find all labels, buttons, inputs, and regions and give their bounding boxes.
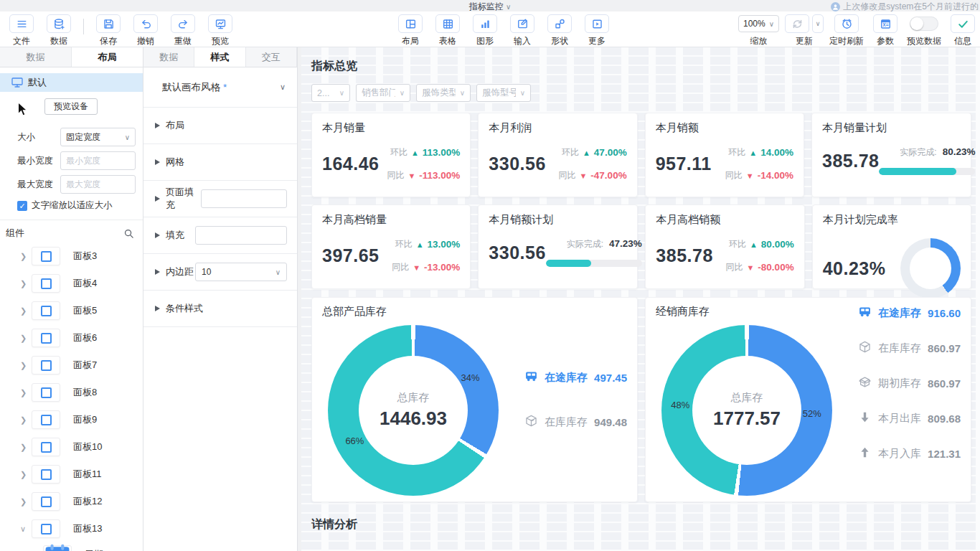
chevron-right-icon[interactable]: ❯ [20, 443, 29, 452]
toolbar-button-输入[interactable]: 输入 [507, 14, 538, 47]
legend-item-在库库存[interactable]: 在库库存860.97 [858, 340, 961, 356]
chevron-right-icon[interactable]: ❯ [20, 388, 29, 397]
style-section-网格[interactable]: 网格 [143, 144, 297, 181]
preview-data-control[interactable]: 预览数据 [907, 14, 941, 47]
填充-input[interactable] [195, 226, 287, 245]
toolbar-button-表格[interactable]: 表格 [432, 14, 463, 47]
chevron-down-icon[interactable]: ∨ [20, 524, 29, 534]
kpi-card-title: 本月销额 [656, 121, 793, 135]
kpi-card-本月利润[interactable]: 本月利润330.56环比▲47.00%同比▼-47.00% [478, 113, 637, 197]
kpi-card-本月销量[interactable]: 本月销量164.46环比▲113.00%同比▼-113.00% [311, 113, 471, 197]
chevron-right-icon[interactable]: ❯ [20, 497, 29, 507]
tree-item-面板13[interactable]: ∨面板13 [0, 515, 143, 542]
preview-data-toggle[interactable] [910, 17, 938, 31]
tree-item-面板10[interactable]: ❯面板10 [0, 433, 143, 461]
tree-item-面板7[interactable]: ❯面板7 [0, 352, 143, 379]
preview-device-button[interactable]: 预览设备 [44, 98, 98, 115]
chevron-right-icon[interactable]: ❯ [20, 279, 29, 288]
chevron-right-icon[interactable]: ❯ [20, 361, 29, 370]
style-section-填充[interactable]: 填充 [143, 217, 297, 254]
zoom-select[interactable]: 100%∨ [738, 15, 779, 32]
kpi-card-本月销额[interactable]: 本月销额957.11环比▲14.00%同比▼-14.00% [645, 113, 804, 197]
checkbox-checked-icon[interactable]: ✓ [17, 201, 27, 211]
toolbar-button-重做[interactable]: 重做 [167, 14, 199, 47]
chevron-right-icon[interactable]: ❯ [20, 470, 29, 479]
legend-item-在途库存[interactable]: 在途库存497.45 [524, 369, 627, 385]
tree-item-面板11[interactable]: ❯面板11 [0, 461, 143, 488]
kpi-card-本月计划完成率[interactable]: 本月计划完成率40.23% [812, 204, 971, 289]
tab-布局[interactable]: 布局 [72, 47, 143, 67]
tab-数据[interactable]: 数据 [0, 47, 72, 67]
最小宽度-input[interactable]: 最小宽度 [60, 151, 136, 170]
timer-icon[interactable] [834, 14, 859, 33]
info-button[interactable]: 信息 [947, 14, 979, 47]
refresh-icon[interactable] [785, 14, 809, 33]
tab-交互[interactable]: 交互 [246, 47, 297, 67]
donut-card-经销商库存[interactable]: 经销商库存总库存1777.5752%48%在途库存916.60在库库存860.9… [645, 297, 971, 502]
filter-select-2[interactable]: 服饰类型∨ [416, 84, 471, 102]
kpi-card-本月销量计划[interactable]: 本月销量计划385.78实际完成:80.23% [811, 113, 971, 197]
toolbar-button-预览[interactable]: 预览 [204, 14, 236, 47]
toolbar-button-图形[interactable]: 图形 [469, 14, 501, 47]
triangle-right-icon[interactable] [155, 123, 160, 128]
legend-item-本月入库[interactable]: 本月入库121.31 [858, 446, 961, 461]
style-section-内边距[interactable]: 内边距10∨ [143, 254, 297, 291]
style-section-条件样式[interactable]: 条件样式 [143, 291, 297, 327]
filter-select-3[interactable]: 服饰型号∨ [476, 84, 531, 102]
内边距-select[interactable]: 10∨ [195, 263, 287, 281]
legend-item-在库库存[interactable]: 在库库存949.48 [524, 414, 627, 430]
style-section-页面填充[interactable]: 页面填充 [143, 181, 297, 217]
chevron-down-icon[interactable]: ∨ [812, 14, 824, 33]
refresh-control[interactable]: ∨更新 [785, 14, 824, 47]
toolbar-button-撤销[interactable]: 撤销 [130, 14, 161, 47]
canvas-style-selector[interactable]: 默认画布风格 * ∨ [143, 67, 297, 108]
tab-样式[interactable]: 样式 [194, 47, 245, 67]
style-section-布局[interactable]: 布局 [143, 108, 297, 144]
tree-item-面板4[interactable]: ❯面板4 [0, 270, 143, 297]
最大宽度-input[interactable]: 最大宽度 [60, 175, 136, 194]
dashboard-canvas[interactable]: 指标总览 2...∨销售部门∨服饰类型∨服饰型号∨ 本月销量164.46环比▲1… [298, 47, 980, 551]
params-button[interactable]: X=参数 [870, 14, 901, 47]
triangle-right-icon[interactable] [155, 269, 160, 275]
filter-select-1[interactable]: 销售部门∨ [356, 84, 410, 102]
tab-数据[interactable]: 数据 [143, 47, 194, 67]
legend-item-在途库存[interactable]: 在途库存916.60 [858, 305, 961, 321]
chevron-right-icon[interactable]: ❯ [20, 306, 29, 316]
tree-item-面板3[interactable]: ❯面板3 [0, 242, 143, 270]
tree-item-面板9[interactable]: ❯面板9 [0, 406, 143, 433]
triangle-right-icon[interactable] [155, 232, 160, 238]
toolbar-button-形状[interactable]: 形状 [544, 14, 575, 47]
tree-item-面板8[interactable]: ❯面板8 [0, 379, 143, 406]
toolbar-button-文件[interactable]: 文件 [6, 14, 37, 47]
大小-select[interactable]: 固定宽度∨ [60, 128, 136, 146]
tree-item-面板6[interactable]: ❯面板6 [0, 324, 143, 352]
zoom-control[interactable]: 100%∨缩放 [738, 14, 779, 47]
kpi-card-本月高档销量[interactable]: 本月高档销量397.65环比▲13.00%同比▼-13.00% [311, 204, 471, 289]
triangle-right-icon[interactable] [155, 159, 160, 165]
triangle-right-icon[interactable] [155, 306, 160, 311]
timed-refresh-button[interactable]: 定时刷新 [829, 14, 864, 47]
kpi-card-本月销额计划[interactable]: 本月销额计划330.56实际完成:47.23% [478, 204, 638, 289]
页面填充-input[interactable] [201, 189, 287, 208]
chevron-right-icon[interactable]: ❯ [20, 252, 29, 261]
kpi-card-本月高档销额[interactable]: 本月高档销额385.78环比▲80.00%同比▼-80.00% [645, 204, 804, 289]
legend-item-本月出库[interactable]: 本月出库809.68 [858, 410, 961, 426]
legend-item-期初库存[interactable]: 期初库存860.97 [858, 375, 961, 391]
params-icon[interactable]: X= [873, 14, 897, 33]
device-item-default[interactable]: 默认 [0, 73, 143, 92]
tree-item-面板5[interactable]: ❯面板5 [0, 297, 143, 324]
chevron-right-icon[interactable]: ❯ [20, 415, 29, 425]
toolbar-button-更多[interactable]: 更多 [581, 14, 613, 47]
tree-item-日期1[interactable]: 日期1 [0, 542, 143, 551]
toolbar-button-数据[interactable]: 数据 [43, 14, 75, 47]
triangle-right-icon[interactable] [155, 196, 160, 202]
text-scale-checkbox-row[interactable]: ✓ 文字缩放以适应大小 [17, 199, 113, 212]
search-icon[interactable] [123, 228, 134, 239]
filter-select-0[interactable]: 2...∨ [311, 84, 350, 102]
tree-item-面板12[interactable]: ❯面板12 [0, 488, 143, 515]
toolbar-button-布局[interactable]: 布局 [395, 14, 426, 47]
toolbar-button-保存[interactable]: 保存 [93, 14, 124, 47]
donut-card-总部产品库存[interactable]: 总部产品库存总库存1446.9334%66%在途库存497.45在库库存949.… [311, 297, 638, 502]
check-icon[interactable] [951, 14, 975, 33]
chevron-right-icon[interactable]: ❯ [20, 334, 29, 343]
